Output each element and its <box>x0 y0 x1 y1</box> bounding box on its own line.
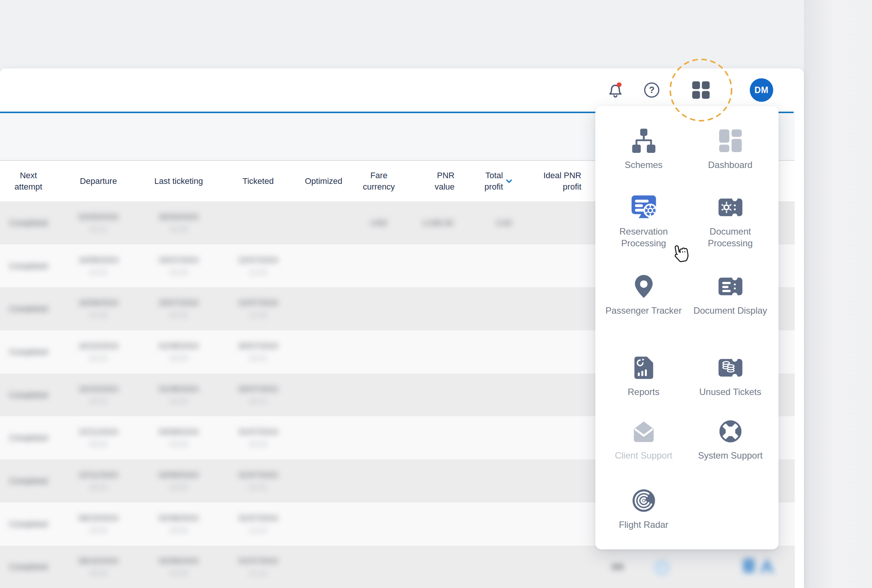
column-header-ticketed[interactable]: Ticketed <box>217 161 299 201</box>
app-screen: ? DM Next attempt Departure Last ticketi… <box>0 0 872 588</box>
column-header-pnr-value[interactable]: PNR value <box>410 161 460 201</box>
user-avatar[interactable]: DM <box>750 78 773 102</box>
sort-desc-icon[interactable] <box>505 177 513 185</box>
menu-item-document-processing[interactable]: Document Processing <box>690 185 770 249</box>
menu-item-reports[interactable]: Reports <box>604 345 684 398</box>
table-row[interactable]: Completed 08/10/202408:55 02/08/202405:5… <box>0 546 795 588</box>
column-header-optimized[interactable]: Optimized <box>299 161 348 201</box>
envelope-icon <box>631 418 657 445</box>
menu-item-label: Document Display <box>693 305 767 316</box>
column-header-last-ticketing[interactable]: Last ticketing <box>140 161 217 201</box>
menu-item-client-support: Client Support <box>604 409 684 461</box>
menu-item-reservation-processing[interactable]: Reservation Processing <box>604 185 684 249</box>
life-ring-icon <box>718 418 743 445</box>
menu-item-label: Schemes <box>624 159 662 171</box>
document-action-icon[interactable] <box>743 558 755 573</box>
page-background <box>804 0 872 588</box>
sitemap-icon <box>631 127 657 154</box>
menu-item-label: System Support <box>698 450 763 461</box>
menu-item-label: Unused Tickets <box>699 386 761 398</box>
apps-dropdown-menu: Schemes Dashboard <box>595 106 779 549</box>
ticket-lines-icon <box>717 273 744 300</box>
column-header-departure[interactable]: Departure <box>57 161 140 201</box>
menu-item-label: Passenger Tracker <box>606 305 682 316</box>
menu-item-label: Flight Radar <box>619 519 668 530</box>
map-pin-icon <box>631 273 656 300</box>
menu-item-label: Dashboard <box>708 159 752 171</box>
airline-code: AA <box>608 562 628 572</box>
column-header-fare-currency[interactable]: Fare currency <box>348 161 410 201</box>
svg-text:?: ? <box>649 85 655 95</box>
airplane-action-icon[interactable] <box>760 558 774 573</box>
mouse-cursor-pointer <box>669 244 690 268</box>
column-header-ideal-pnr-profit[interactable]: Ideal PNR profit <box>519 161 587 201</box>
report-chart-icon <box>631 354 656 381</box>
menu-item-label: Reports <box>628 386 659 398</box>
ticket-gear-icon <box>717 194 744 221</box>
menu-item-schemes[interactable]: Schemes <box>604 118 684 171</box>
apps-menu-button[interactable] <box>691 81 710 100</box>
status-ring-icon <box>654 560 670 575</box>
menu-item-unused-tickets[interactable]: Unused Tickets <box>690 345 770 398</box>
column-header-total-profit[interactable]: Total profit <box>460 161 519 201</box>
menu-item-dashboard: Dashboard <box>690 118 770 171</box>
dashboard-grid-icon <box>717 127 744 154</box>
menu-item-passenger-tracker[interactable]: Passenger Tracker <box>604 264 684 316</box>
menu-item-document-display[interactable]: Document Display <box>690 264 770 316</box>
menu-item-label: Client Support <box>615 450 672 461</box>
column-header-next-attempt[interactable]: Next attempt <box>0 161 57 201</box>
ticket-coins-icon <box>717 354 744 381</box>
help-button[interactable]: ? <box>643 81 660 99</box>
monitor-gear-icon <box>630 194 657 221</box>
question-icon: ? <box>643 81 660 99</box>
menu-item-label: Document Processing <box>690 226 770 249</box>
notification-dot <box>617 82 622 87</box>
apps-grid-icon <box>691 81 710 100</box>
row-extra-cells: AA <box>0 546 795 588</box>
radar-icon <box>631 487 657 514</box>
bell-icon <box>606 80 625 100</box>
menu-item-system-support[interactable]: System Support <box>690 409 770 461</box>
notifications-button[interactable] <box>606 80 625 100</box>
menu-item-flight-radar[interactable]: Flight Radar <box>604 478 684 530</box>
